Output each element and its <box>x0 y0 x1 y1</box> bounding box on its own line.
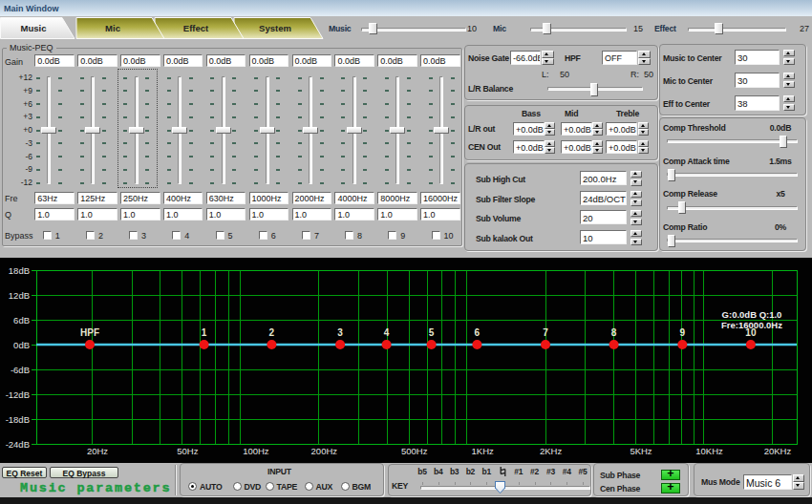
svg-text:-24dB: -24dB <box>6 439 30 450</box>
svg-text:1: 1 <box>202 327 207 338</box>
svg-text:100Hz: 100Hz <box>243 446 269 456</box>
svg-text:HPF: HPF <box>80 327 99 338</box>
svg-text:20KHz: 20KHz <box>764 446 792 456</box>
svg-text:10KHz: 10KHz <box>695 446 723 456</box>
svg-text:8: 8 <box>611 327 617 338</box>
svg-text:5KHz: 5KHz <box>630 446 652 456</box>
svg-text:6: 6 <box>475 327 481 338</box>
svg-text:4: 4 <box>384 327 390 338</box>
svg-text:500Hz: 500Hz <box>401 446 428 456</box>
svg-text:1KHz: 1KHz <box>472 446 494 456</box>
svg-text:7: 7 <box>543 327 548 338</box>
svg-text:20Hz: 20Hz <box>87 446 108 456</box>
svg-text:System: System <box>259 23 291 33</box>
svg-text:-12dB: -12dB <box>6 389 30 400</box>
svg-text:Mic: Mic <box>105 23 120 33</box>
svg-text:Music: Music <box>21 23 47 33</box>
svg-text:12dB: 12dB <box>9 290 30 301</box>
svg-text:2KHz: 2KHz <box>540 446 562 456</box>
svg-text:Effect: Effect <box>183 23 209 33</box>
svg-text:9: 9 <box>680 327 686 338</box>
svg-text:3: 3 <box>337 327 343 338</box>
svg-text:-6dB: -6dB <box>11 365 30 375</box>
svg-text:6dB: 6dB <box>13 315 30 326</box>
svg-text:-18dB: -18dB <box>6 414 30 425</box>
svg-text:18dB: 18dB <box>9 265 30 276</box>
svg-text:2: 2 <box>269 327 275 338</box>
svg-text:Fre:16000.0Hz: Fre:16000.0Hz <box>721 320 782 330</box>
svg-text:G:0.0dB Q:1.0: G:0.0dB Q:1.0 <box>722 309 782 320</box>
svg-text:0dB: 0dB <box>13 340 30 350</box>
svg-text:200Hz: 200Hz <box>311 446 338 456</box>
svg-text:50Hz: 50Hz <box>177 446 198 456</box>
svg-text:5: 5 <box>429 327 435 338</box>
